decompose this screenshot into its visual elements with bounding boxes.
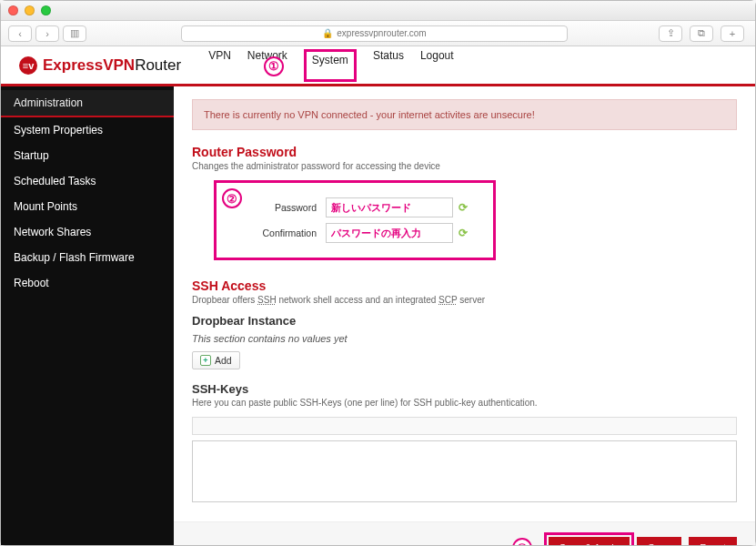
- callout-two: ②: [222, 188, 242, 208]
- callout-three: ③: [512, 538, 532, 545]
- back-button[interactable]: ‹: [8, 25, 32, 42]
- footer-actions: ③ Save & Apply Save Reset: [174, 521, 755, 545]
- router-password-title: Router Password: [192, 145, 737, 159]
- ssh-desc-mid: network shell access and an integrated: [277, 295, 438, 305]
- fullscreen-icon[interactable]: [41, 5, 51, 15]
- nav-item-system[interactable]: System: [304, 49, 357, 82]
- save-apply-button[interactable]: Save & Apply: [549, 537, 630, 545]
- sidebar-item-administration[interactable]: Administration: [1, 90, 174, 117]
- logo-text-suffix: Router: [135, 56, 181, 75]
- lock-icon: 🔒: [322, 28, 333, 38]
- tabs-button[interactable]: ⧉: [690, 25, 713, 42]
- browser-toolbar: ‹ › ▥ 🔒 expressvpnrouter.com ⇪ ⧉ +: [1, 21, 755, 46]
- add-icon: +: [200, 355, 211, 366]
- main-panel: There is currently no VPN connected - yo…: [174, 86, 755, 545]
- sidebar-item-reboot[interactable]: Reboot: [1, 270, 174, 296]
- logo-badge-icon: ≡v: [19, 56, 37, 75]
- nav-item-status[interactable]: Status: [373, 49, 404, 82]
- new-tab-button[interactable]: +: [721, 25, 744, 42]
- nav-item-vpn[interactable]: VPN: [208, 49, 231, 82]
- ssh-access-desc: Dropbear offers SSH network shell access…: [192, 295, 737, 305]
- top-nav: ≡v ExpressVPN Router VPN Network ① Syste…: [1, 46, 755, 86]
- confirmation-label: Confirmation: [253, 228, 317, 238]
- nav-item-logout[interactable]: Logout: [420, 49, 454, 82]
- sidebar-item-system-properties[interactable]: System Properties: [1, 117, 174, 143]
- page-content: ≡v ExpressVPN Router VPN Network ① Syste…: [1, 46, 755, 545]
- ssh-keys-title: SSH-Keys: [192, 382, 737, 396]
- router-password-desc: Changes the administrator password for a…: [192, 161, 737, 171]
- url-text: expressvpnrouter.com: [337, 28, 426, 38]
- ssh-keys-textarea[interactable]: [192, 440, 737, 502]
- password-label: Password: [253, 202, 317, 213]
- password-input[interactable]: [326, 197, 453, 217]
- sidebar: Administration System Properties Startup…: [1, 86, 174, 545]
- ssh-abbr: SSH: [257, 295, 277, 305]
- scp-abbr: SCP: [438, 295, 457, 305]
- password-form-block: ② Password ⟳ Confirmation ⟳: [214, 180, 496, 260]
- sidebar-item-backup-firmware[interactable]: Backup / Flash Firmware: [1, 245, 174, 270]
- nav-items: VPN Network ① System Status Logout: [208, 49, 453, 82]
- sidebar-item-network-shares[interactable]: Network Shares: [1, 219, 174, 245]
- sidebar-item-scheduled-tasks[interactable]: Scheduled Tasks: [1, 168, 174, 194]
- logo-text-brand: ExpressVPN: [43, 56, 135, 75]
- sidebar-toggle-button[interactable]: ▥: [63, 25, 86, 42]
- reset-button[interactable]: Reset: [689, 537, 737, 545]
- sidebar-item-mount-points[interactable]: Mount Points: [1, 194, 174, 219]
- close-icon[interactable]: [8, 5, 18, 15]
- body-row: Administration System Properties Startup…: [1, 86, 755, 545]
- refresh-icon[interactable]: ⟳: [459, 227, 468, 239]
- dropbear-empty-text: This section contains no values yet: [192, 333, 737, 344]
- minimize-icon[interactable]: [25, 5, 35, 15]
- browser-window: ‹ › ▥ 🔒 expressvpnrouter.com ⇪ ⧉ + ≡v Ex…: [0, 0, 756, 546]
- logo[interactable]: ≡v ExpressVPN Router: [19, 56, 181, 75]
- confirmation-input[interactable]: [326, 223, 453, 243]
- add-button[interactable]: + Add: [192, 351, 240, 369]
- ssh-access-title: SSH Access: [192, 278, 737, 293]
- add-button-label: Add: [215, 355, 232, 366]
- sidebar-item-startup[interactable]: Startup: [1, 143, 174, 168]
- address-bar[interactable]: 🔒 expressvpnrouter.com: [181, 25, 568, 42]
- ssh-keys-input[interactable]: [192, 417, 737, 435]
- share-button[interactable]: ⇪: [659, 25, 682, 42]
- confirmation-row: Confirmation ⟳: [253, 223, 480, 243]
- ssh-desc-pre: Dropbear offers: [192, 295, 257, 305]
- save-button[interactable]: Save: [637, 537, 681, 545]
- nav-item-network[interactable]: Network ①: [247, 49, 287, 82]
- forward-button[interactable]: ›: [35, 25, 59, 42]
- refresh-icon[interactable]: ⟳: [459, 201, 468, 214]
- callout-one: ①: [264, 56, 284, 76]
- password-row: Password ⟳: [253, 197, 480, 217]
- ssh-keys-desc: Here you can paste public SSH-Keys (one …: [192, 398, 737, 408]
- dropbear-instance-title: Dropbear Instance: [192, 314, 737, 328]
- window-titlebar: [1, 1, 755, 21]
- ssh-desc-post: server: [457, 295, 485, 305]
- alert-banner: There is currently no VPN connected - yo…: [192, 99, 737, 130]
